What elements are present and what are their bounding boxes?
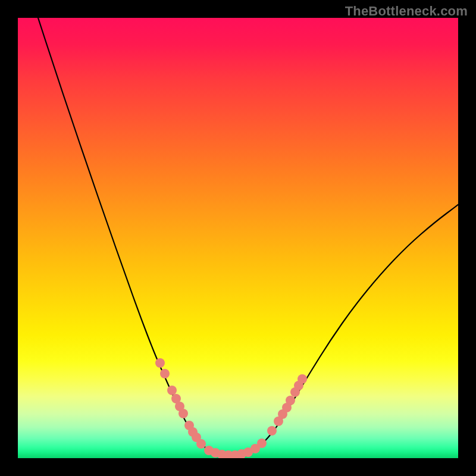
dot-marker: [167, 386, 177, 395]
bottleneck-curve: [38, 18, 458, 455]
curve-layer: [18, 18, 458, 458]
dot-marker: [155, 358, 165, 368]
dot-marker: [196, 439, 206, 449]
dot-marker: [257, 439, 267, 448]
dot-marker: [267, 426, 277, 436]
dot-cluster: [155, 358, 307, 458]
watermark-label: TheBottleneck.com: [345, 4, 468, 19]
chart-frame: TheBottleneck.com: [0, 0, 476, 476]
dot-marker: [286, 396, 295, 405]
dot-marker: [298, 374, 307, 384]
dot-marker: [160, 369, 170, 378]
plot-area: [18, 18, 458, 458]
dot-marker: [178, 409, 188, 418]
